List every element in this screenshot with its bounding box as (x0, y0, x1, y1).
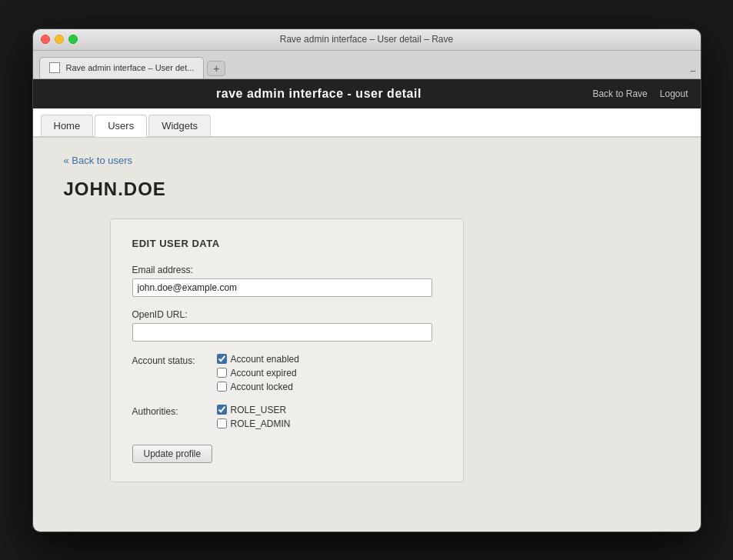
update-profile-button[interactable]: Update profile (132, 445, 213, 463)
email-row: Email address: (132, 265, 441, 297)
back-to-users-link[interactable]: « Back to users (64, 155, 133, 166)
account-enabled-row[interactable]: Account enabled (217, 354, 299, 365)
close-button[interactable] (41, 35, 50, 44)
authorities-label: Authorities: (132, 405, 217, 429)
account-expired-row[interactable]: Account expired (217, 368, 299, 378)
account-status-label: Account status: (132, 354, 217, 392)
account-expired-label: Account expired (231, 368, 297, 378)
app-header: rave admin interface - user detail Back … (33, 79, 701, 108)
openid-input[interactable] (132, 323, 432, 342)
authorities-options: ROLE_USER ROLE_ADMIN (217, 405, 291, 429)
browser-tab-active[interactable]: Rave admin interface – User det... (39, 57, 205, 78)
authorities-section: Authorities: ROLE_USER ROLE_ADMIN (132, 405, 441, 429)
maximize-button[interactable] (68, 35, 78, 44)
role-user-checkbox[interactable] (217, 405, 227, 415)
tab-favicon (49, 62, 60, 73)
traffic-lights (41, 35, 78, 44)
account-locked-row[interactable]: Account locked (217, 382, 299, 392)
role-user-row[interactable]: ROLE_USER (217, 405, 291, 415)
tab-widgets[interactable]: Widgets (148, 115, 211, 136)
openid-row: OpenID URL: (132, 309, 441, 342)
page-title: JOHN.DOE (64, 178, 670, 200)
title-bar: Rave admin interface – User detail – Rav… (33, 29, 701, 51)
role-admin-checkbox[interactable] (217, 418, 227, 428)
account-status-options: Account enabled Account expired Account … (217, 354, 299, 392)
tab-bar: Rave admin interface – User det... + – (33, 51, 701, 78)
account-enabled-checkbox[interactable] (217, 354, 227, 364)
mac-window: Rave admin interface – User detail – Rav… (32, 28, 701, 532)
role-user-label: ROLE_USER (231, 405, 287, 415)
minimize-button[interactable] (55, 35, 64, 44)
account-expired-checkbox[interactable] (217, 368, 227, 378)
collapse-button[interactable]: – (691, 65, 696, 76)
new-tab-button[interactable]: + (207, 61, 225, 76)
account-locked-label: Account locked (231, 382, 293, 392)
logout-link[interactable]: Logout (660, 88, 688, 99)
account-status-section: Account status: Account enabled Account … (132, 354, 441, 392)
page-content: « Back to users JOHN.DOE EDIT USER DATA … (33, 138, 701, 498)
nav-tabs: Home Users Widgets (33, 108, 701, 138)
email-label: Email address: (132, 265, 441, 275)
form-panel-title: EDIT USER DATA (132, 238, 441, 249)
content-area: Home Users Widgets « Back to users JOHN.… (33, 108, 701, 532)
account-enabled-label: Account enabled (231, 354, 299, 365)
openid-label: OpenID URL: (132, 309, 441, 320)
email-input[interactable] (132, 278, 432, 297)
tab-users[interactable]: Users (95, 115, 147, 137)
back-to-rave-link[interactable]: Back to Rave (592, 88, 647, 99)
role-admin-label: ROLE_ADMIN (231, 418, 291, 429)
header-links: Back to Rave Logout (592, 88, 688, 99)
window-title: Rave admin interface – User detail – Rav… (280, 34, 453, 45)
account-locked-checkbox[interactable] (217, 382, 227, 392)
role-admin-row[interactable]: ROLE_ADMIN (217, 418, 291, 429)
tab-home[interactable]: Home (41, 115, 94, 136)
tab-label: Rave admin interface – User det... (66, 63, 195, 72)
edit-user-panel: EDIT USER DATA Email address: OpenID URL… (110, 218, 464, 482)
browser-chrome: Rave admin interface – User det... + – (33, 51, 701, 79)
app-title: rave admin interface - user detail (45, 87, 593, 101)
